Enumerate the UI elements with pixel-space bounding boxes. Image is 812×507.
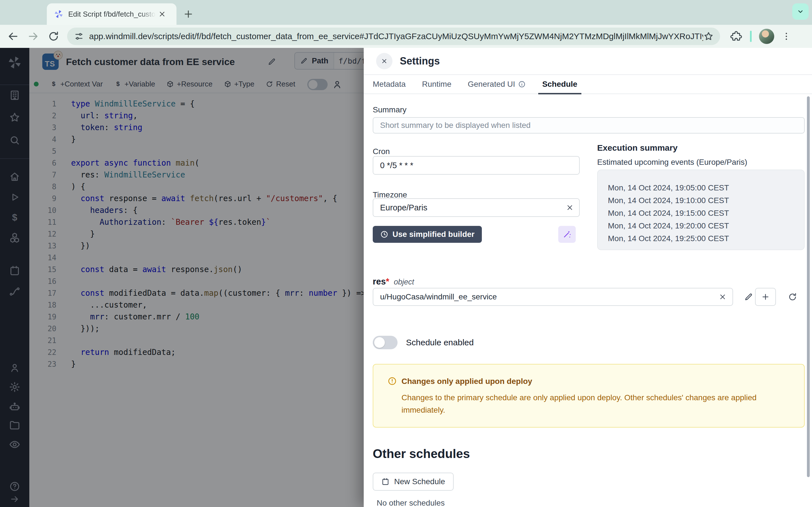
- upcoming-event: Mon, 14 Oct 2024, 19:15:00 CEST: [608, 207, 804, 219]
- magic-wand-icon: [562, 230, 572, 239]
- toggle-knob: [374, 337, 385, 348]
- profile-avatar[interactable]: [759, 29, 774, 44]
- schedule-enabled-toggle[interactable]: [373, 336, 398, 349]
- warning-icon: [388, 376, 397, 386]
- drawer-header: Settings: [364, 48, 812, 75]
- new-schedule-button[interactable]: New Schedule: [373, 473, 454, 491]
- back-button[interactable]: [7, 30, 19, 43]
- tab-runtime[interactable]: Runtime: [422, 75, 451, 94]
- simplified-builder-button[interactable]: Use simplified builder: [373, 226, 482, 243]
- edit-resource-icon[interactable]: [744, 292, 753, 302]
- execution-summary-heading: Execution summary: [597, 143, 677, 153]
- timezone-input[interactable]: [373, 198, 580, 217]
- tab-label: Metadata: [373, 80, 406, 89]
- other-schedules-heading: Other schedules: [373, 447, 470, 461]
- drawer-scrollbar[interactable]: [807, 96, 810, 477]
- url-bar[interactable]: app.windmill.dev/scripts/edit/f/bd/fetch…: [67, 27, 720, 45]
- timezone-clear-icon[interactable]: [566, 203, 574, 212]
- new-schedule-label: New Schedule: [394, 477, 445, 486]
- tab-metadata[interactable]: Metadata: [373, 75, 406, 94]
- resource-input[interactable]: [373, 288, 733, 306]
- upcoming-event: Mon, 14 Oct 2024, 19:05:00 CEST: [608, 181, 804, 194]
- plus-icon: [761, 292, 770, 301]
- clock-icon: [380, 230, 389, 238]
- required-mark: *: [386, 277, 389, 287]
- cron-label: Cron: [373, 147, 390, 156]
- deploy-warning-box: Changes only applied upon deploy Changes…: [373, 364, 805, 428]
- windmill-favicon-icon: [54, 9, 64, 19]
- tab-schedule[interactable]: Schedule: [542, 75, 577, 94]
- upcoming-event: Mon, 14 Oct 2024, 19:20:00 CEST: [608, 219, 804, 232]
- calendar-icon: [381, 477, 390, 486]
- schedule-enabled-label: Schedule enabled: [406, 338, 474, 347]
- schedule-enabled-row: Schedule enabled: [373, 336, 474, 349]
- simplified-builder-label: Use simplified builder: [393, 230, 474, 239]
- settings-drawer: Settings MetadataRuntimeGenerated UISche…: [364, 48, 812, 507]
- upcoming-event: Mon, 14 Oct 2024, 19:25:00 CEST: [608, 232, 804, 245]
- screen: Edit Script f/bd/fetch_customer_data_fro…: [0, 0, 812, 507]
- tab-label: Schedule: [542, 80, 577, 89]
- chevron-down-icon: [796, 7, 805, 16]
- bookmark-star-icon[interactable]: [703, 31, 714, 42]
- execution-summary-subheading: Estimated upcoming events (Europe/Paris): [597, 158, 747, 167]
- upcoming-events-box: Mon, 14 Oct 2024, 19:05:00 CESTMon, 14 O…: [597, 170, 805, 250]
- upcoming-event: Mon, 14 Oct 2024, 19:10:00 CEST: [608, 194, 804, 207]
- res-arg-row: res * object: [373, 277, 414, 287]
- close-button[interactable]: [376, 53, 393, 69]
- extensions-icon[interactable]: [730, 31, 742, 42]
- no-other-schedules-text: No other schedules: [377, 499, 445, 507]
- tab-label: Runtime: [422, 80, 451, 89]
- res-arg-type: object: [394, 278, 414, 286]
- resource-clear-icon[interactable]: [718, 293, 727, 301]
- add-resource-button[interactable]: [755, 288, 776, 306]
- browser-toolbar: app.windmill.dev/scripts/edit/f/bd/fetch…: [0, 25, 812, 48]
- tab-search-button[interactable]: [792, 3, 809, 20]
- warning-body: Changes to the primary schedule are only…: [402, 392, 794, 416]
- browser-menu-icon[interactable]: [781, 31, 792, 42]
- res-arg-name: res: [373, 277, 386, 287]
- timezone-field: [373, 198, 580, 217]
- new-tab-button[interactable]: [183, 8, 194, 20]
- tab-generated-ui[interactable]: Generated UI: [468, 75, 526, 94]
- reload-button[interactable]: [47, 30, 60, 43]
- tab-close-icon[interactable]: [158, 10, 166, 18]
- settings-tabs: MetadataRuntimeGenerated UISchedule: [364, 75, 812, 94]
- warning-title: Changes only applied upon deploy: [402, 377, 532, 386]
- site-settings-icon[interactable]: [74, 31, 84, 41]
- drawer-title: Settings: [400, 55, 440, 67]
- cron-input[interactable]: [373, 156, 580, 175]
- browser-tab[interactable]: Edit Script f/bd/fetch_customer_data_fro…: [47, 3, 176, 25]
- summary-label: Summary: [373, 105, 407, 114]
- info-icon: [518, 80, 526, 88]
- forward-button[interactable]: [27, 30, 40, 43]
- browser-tabstrip: Edit Script f/bd/fetch_customer_data_fro…: [0, 0, 812, 25]
- tab-label: Generated UI: [468, 80, 515, 89]
- ai-cron-button[interactable]: [558, 226, 576, 243]
- refresh-resource-icon[interactable]: [788, 292, 797, 302]
- resource-field: [373, 288, 733, 306]
- toolbar-separator: [750, 31, 752, 42]
- url-text: app.windmill.dev/scripts/edit/f/bd/fetch…: [89, 32, 703, 41]
- close-icon: [380, 57, 388, 65]
- tab-title: Edit Script f/bd/fetch_customer_data_fro…: [68, 10, 156, 18]
- summary-input[interactable]: [373, 117, 805, 133]
- page-viewport: $ TS Fetch customer data from EE service…: [0, 48, 812, 507]
